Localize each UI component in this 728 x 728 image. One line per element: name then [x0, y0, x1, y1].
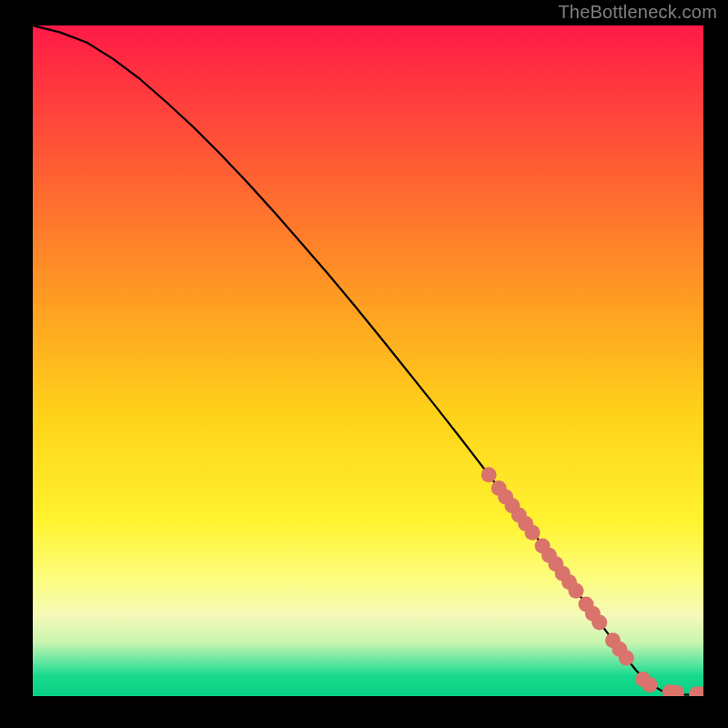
data-point: [525, 525, 541, 541]
chart-overlay: [33, 25, 703, 696]
data-markers: [481, 467, 703, 696]
attribution-text: TheBottleneck.com: [558, 2, 717, 23]
data-point: [592, 614, 607, 630]
data-point: [568, 583, 583, 599]
data-point: [481, 467, 497, 482]
data-point: [642, 677, 658, 693]
chart-frame: TheBottleneck.com: [0, 0, 728, 728]
data-point: [619, 650, 634, 665]
main-curve: [33, 25, 703, 695]
plot-area: [33, 25, 703, 696]
